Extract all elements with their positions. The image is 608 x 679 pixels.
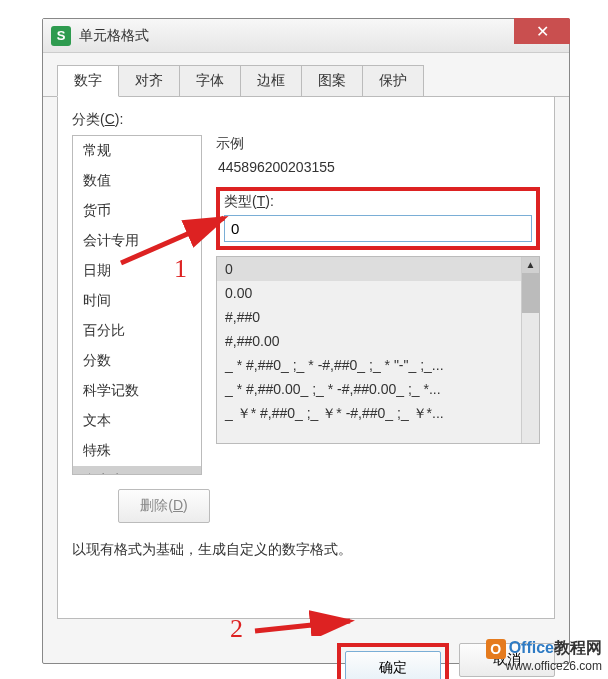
- hint-text: 以现有格式为基础，生成自定义的数字格式。: [72, 541, 540, 559]
- close-button[interactable]: ✕: [514, 18, 570, 44]
- annotation-marker-2: 2: [230, 614, 243, 644]
- type-option[interactable]: _ * #,##0.00_ ;_ * -#,##0.00_ ;_ *...: [217, 377, 521, 401]
- category-label: 分类(C):: [72, 111, 540, 129]
- watermark-brand-cn: 教程网: [554, 639, 602, 656]
- tab-align[interactable]: 对齐: [118, 65, 180, 96]
- watermark-url: www.office26.com: [486, 659, 602, 673]
- scroll-up-icon[interactable]: ▲: [522, 257, 539, 273]
- window-title: 单元格格式: [79, 27, 149, 45]
- sample-value: 445896200203155: [216, 159, 540, 175]
- ok-button[interactable]: 确定: [345, 651, 441, 679]
- tab-protect[interactable]: 保护: [362, 65, 424, 96]
- type-option[interactable]: #,##0: [217, 305, 521, 329]
- category-item[interactable]: 分数: [73, 346, 201, 376]
- category-item[interactable]: 科学记数: [73, 376, 201, 406]
- category-item[interactable]: 特殊: [73, 436, 201, 466]
- tab-border[interactable]: 边框: [240, 65, 302, 96]
- type-highlight-box: 类型(T):: [216, 187, 540, 250]
- category-item-custom[interactable]: 自定义: [73, 466, 201, 475]
- watermark: OOffice教程网 www.office26.com: [486, 638, 602, 673]
- tab-font[interactable]: 字体: [179, 65, 241, 96]
- app-icon: S: [51, 26, 71, 46]
- category-item[interactable]: 会计专用: [73, 226, 201, 256]
- category-item[interactable]: 数值: [73, 166, 201, 196]
- type-option[interactable]: _ * #,##0_ ;_ * -#,##0_ ;_ * "-"_ ;_...: [217, 353, 521, 377]
- category-item[interactable]: 百分比: [73, 316, 201, 346]
- type-option[interactable]: 0.00: [217, 281, 521, 305]
- tab-body: 分类(C): 常规 数值 货币 会计专用 日期 时间 百分比 分数 科学记数 文…: [57, 97, 555, 619]
- type-option[interactable]: _ ￥* #,##0_ ;_ ￥* -#,##0_ ;_ ￥*...: [217, 401, 521, 427]
- watermark-brand-en: Office: [509, 639, 554, 656]
- type-format-list[interactable]: 0 0.00 #,##0 #,##0.00 _ * #,##0_ ;_ * -#…: [216, 256, 540, 444]
- tab-number[interactable]: 数字: [57, 65, 119, 97]
- delete-button[interactable]: 删除(D): [118, 489, 210, 523]
- tab-strip: 数字 对齐 字体 边框 图案 保护: [43, 53, 569, 97]
- category-item[interactable]: 常规: [73, 136, 201, 166]
- tab-pattern[interactable]: 图案: [301, 65, 363, 96]
- watermark-icon: O: [486, 639, 506, 659]
- category-item[interactable]: 货币: [73, 196, 201, 226]
- scroll-thumb[interactable]: [522, 273, 539, 313]
- category-item[interactable]: 时间: [73, 286, 201, 316]
- right-column: 示例 445896200203155 类型(T): 0 0.00 #,##0 #…: [216, 135, 540, 475]
- sample-label: 示例: [216, 135, 540, 153]
- cell-format-dialog: S 单元格格式 ✕ 数字 对齐 字体 边框 图案 保护 分类(C): 常规 数值…: [42, 18, 570, 664]
- category-list[interactable]: 常规 数值 货币 会计专用 日期 时间 百分比 分数 科学记数 文本 特殊 自定…: [72, 135, 202, 475]
- ok-highlight-box: 确定: [337, 643, 449, 679]
- titlebar: S 单元格格式 ✕: [43, 19, 569, 53]
- type-list-scrollbar[interactable]: ▲: [521, 257, 539, 443]
- type-option[interactable]: #,##0.00: [217, 329, 521, 353]
- category-item[interactable]: 文本: [73, 406, 201, 436]
- type-option[interactable]: 0: [217, 257, 521, 281]
- annotation-marker-1: 1: [174, 254, 187, 284]
- type-input[interactable]: [224, 215, 532, 242]
- type-label: 类型(T):: [224, 193, 532, 211]
